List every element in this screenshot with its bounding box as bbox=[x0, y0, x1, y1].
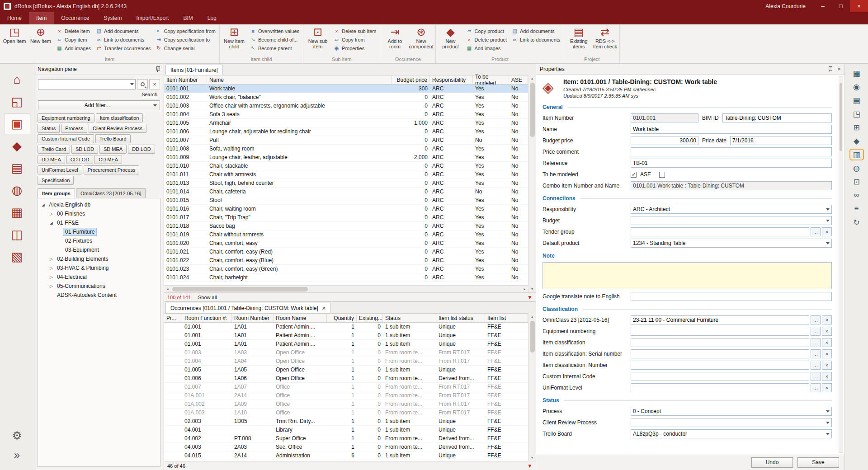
item-row[interactable]: 0101.005 Armchair 1,000 ARC Yes No bbox=[164, 119, 528, 127]
occurrence-row[interactable]: 04.001 Library 1 0 1 sub item Unique FF&… bbox=[164, 426, 528, 434]
ribbon-small-button[interactable]: ⇤ Copy specification from bbox=[154, 27, 217, 35]
ribbon-small-button[interactable]: ⇥ Copy specification to bbox=[154, 35, 217, 44]
responsibility-select[interactable]: ARC - Architect bbox=[631, 205, 832, 214]
filter-button[interactable]: Specification bbox=[38, 176, 74, 185]
tab-items[interactable]: Items [01-Furniture] bbox=[165, 65, 223, 75]
tab-occurrences[interactable]: Occurrences [0101.001 / Table-Dining: CU… bbox=[165, 303, 331, 313]
item-row[interactable]: 0101.015 Stool 0 ARC Yes No bbox=[164, 196, 528, 205]
item-row[interactable]: 0101.011 Chair with armrests 0 ARC Yes N… bbox=[164, 170, 528, 179]
column-header-room-number[interactable]: Room Number bbox=[232, 314, 274, 322]
column-header-item-number[interactable]: Item Number bbox=[164, 75, 207, 84]
browse-button[interactable]: … bbox=[811, 361, 821, 370]
search-button[interactable] bbox=[137, 79, 148, 89]
occurrence-row[interactable]: 01A.002 1A09 Office 1 0 From room te... … bbox=[164, 400, 528, 409]
item-row[interactable]: 0101.024 Chair, barheight 0 ARC Yes No bbox=[164, 273, 528, 282]
sidebar-module-icon[interactable]: ◆ bbox=[4, 136, 30, 156]
ribbon-small-button[interactable]: ▦ Add images bbox=[55, 44, 92, 52]
column-header-name[interactable]: Name bbox=[207, 75, 392, 84]
panel-toggle-icon[interactable]: ⊞ bbox=[849, 122, 864, 133]
occurrence-row[interactable]: 01.005 1A05 Open Office 1 0 1 sub item U… bbox=[164, 366, 528, 374]
filter-button[interactable]: DD MEA bbox=[38, 155, 65, 164]
ribbon-small-button[interactable]: ≡ Overwritten values bbox=[248, 27, 301, 35]
price-date-field[interactable] bbox=[730, 136, 832, 145]
clear-search-button[interactable]: × bbox=[149, 79, 160, 89]
sidebar-module-icon[interactable]: ▣ bbox=[4, 113, 30, 134]
sidebar-bottom-icon[interactable]: » bbox=[4, 446, 30, 464]
item-row[interactable]: 0101.002 Work chair, "balance" 0 ARC Yes… bbox=[164, 93, 528, 102]
filter-button[interactable]: Trello Board bbox=[95, 134, 131, 143]
filter-button[interactable]: Equipment numbering bbox=[38, 113, 94, 122]
report-icon[interactable]: ▼ bbox=[527, 294, 533, 301]
item-row[interactable]: 0101.006 Lounge chair, adjustable for re… bbox=[164, 127, 528, 136]
column-header-room-function[interactable]: Room Function #: bbox=[182, 314, 232, 322]
classification-field[interactable] bbox=[631, 315, 809, 324]
scroll-right-icon[interactable]: ▸ bbox=[521, 286, 528, 292]
expander-icon[interactable] bbox=[48, 284, 55, 288]
column-header-budget-price[interactable]: Budget price bbox=[392, 75, 430, 84]
item-row[interactable]: 0101.010 Chair, stackable 0 ARC Yes No bbox=[164, 162, 528, 170]
save-button[interactable]: Save bbox=[797, 457, 839, 468]
item-row[interactable]: 0101.003 Office chair with armrests, erg… bbox=[164, 102, 528, 110]
budget-select[interactable] bbox=[631, 216, 832, 225]
sidebar-module-icon[interactable]: ▤ bbox=[4, 158, 30, 179]
item-row[interactable]: 0101.020 Chair, comfort, easy 0 ARC Yes … bbox=[164, 239, 528, 248]
ribbon-large-button[interactable]: ⊞ New item child bbox=[221, 25, 247, 49]
tree-node[interactable]: 05-Communications bbox=[38, 282, 160, 291]
panel-toggle-icon[interactable]: ◍ bbox=[849, 162, 864, 174]
ribbon-small-button[interactable]: ◉ Properties bbox=[332, 44, 377, 52]
classification-field[interactable] bbox=[631, 349, 809, 358]
occurrence-row[interactable]: 01.006 1A06 Open Office 1 0 From room te… bbox=[164, 374, 528, 383]
to-be-modeled-checkbox[interactable] bbox=[631, 172, 637, 178]
ribbon-small-button[interactable]: ↘ Become child of... bbox=[248, 35, 301, 44]
close-button[interactable]: × bbox=[850, 0, 868, 12]
tender-group-field[interactable] bbox=[631, 227, 809, 236]
sidebar-module-icon[interactable]: ◍ bbox=[4, 180, 30, 201]
browse-button[interactable]: … bbox=[811, 315, 821, 324]
filter-button[interactable]: SD MEA bbox=[99, 145, 127, 154]
column-header-pr[interactable]: Pr... bbox=[164, 314, 182, 322]
sidebar-module-icon[interactable]: ▧ bbox=[4, 246, 30, 267]
ribbon-small-button[interactable]: ↻ Change serial bbox=[154, 44, 217, 52]
filter-button[interactable]: Procurement Process bbox=[84, 165, 140, 174]
column-header-quantity[interactable]: Quantity bbox=[327, 314, 357, 322]
item-row[interactable]: 0101.007 Puff 0 ARC No No bbox=[164, 136, 528, 145]
ribbon-large-button[interactable]: ⊡ New sub item bbox=[305, 25, 331, 49]
pin-icon[interactable] bbox=[155, 66, 160, 72]
item-row[interactable]: 0101.019 Chair without armrests 0 ARC Ye… bbox=[164, 230, 528, 239]
ase-checkbox[interactable] bbox=[659, 172, 665, 178]
sidebar-module-icon[interactable]: ▦ bbox=[4, 202, 30, 223]
clear-button[interactable]: × bbox=[822, 361, 832, 370]
ribbon-small-button[interactable]: ▱ Copy item bbox=[55, 35, 92, 44]
clear-button[interactable]: × bbox=[822, 372, 832, 381]
tree-node[interactable]: 03-HVAC & Plumbing bbox=[38, 263, 160, 273]
occurrence-row[interactable]: 01A.001 2A14 Office 1 0 From room te... … bbox=[164, 391, 528, 400]
ribbon-large-button[interactable]: ◳ Open item bbox=[1, 25, 28, 44]
browse-button[interactable]: … bbox=[811, 327, 821, 336]
occurrence-row[interactable]: 01.001 1A01 Patient Admin.... 1 0 1 sub … bbox=[164, 331, 528, 340]
budget-price-field[interactable] bbox=[631, 136, 698, 145]
minimize-button[interactable]: – bbox=[814, 0, 832, 12]
items-horizontal-scrollbar[interactable]: ◂ ▸ bbox=[164, 285, 528, 292]
item-row[interactable]: 0101.014 Chair, cafeteria 0 ARC No No bbox=[164, 188, 528, 196]
ribbon-large-button[interactable]: ⊕ New item bbox=[28, 25, 54, 44]
browse-button[interactable]: … bbox=[811, 338, 821, 347]
ribbon-small-button[interactable]: ▱ Copy product bbox=[464, 27, 508, 35]
ribbon-small-button[interactable]: ▱ Copy from bbox=[332, 35, 377, 44]
add-filter-dropdown[interactable]: Add filter... bbox=[38, 100, 160, 110]
column-header-room-name[interactable]: Room Name bbox=[274, 314, 327, 322]
ribbon-small-button[interactable]: ∞ Link to documents bbox=[510, 35, 561, 44]
occurrence-row[interactable]: 01.001 1A01 Patient Admin.... 1 0 1 sub … bbox=[164, 323, 528, 331]
sidebar-bottom-icon[interactable]: ⚙ bbox=[4, 427, 30, 445]
client-review-select[interactable] bbox=[631, 418, 832, 427]
menu-tab[interactable]: Import/Export bbox=[129, 12, 176, 24]
ribbon-large-button[interactable]: ▤ Existing items bbox=[566, 25, 592, 49]
occurrence-row[interactable]: 01.007 1A07 Office 1 0 From room te... F… bbox=[164, 383, 528, 391]
classification-field[interactable] bbox=[631, 327, 809, 336]
show-all-link[interactable]: Show all bbox=[198, 295, 217, 300]
clear-button[interactable]: × bbox=[822, 227, 832, 236]
ribbon-large-button[interactable]: ⇥ Add to room bbox=[382, 25, 408, 49]
filter-button[interactable]: Client Review Process bbox=[89, 124, 146, 133]
tab-item-groups[interactable]: Item groups bbox=[38, 188, 75, 198]
item-row[interactable]: 0101.013 Stool, high, behind counter 0 A… bbox=[164, 179, 528, 188]
menu-tab[interactable]: Home bbox=[0, 12, 29, 24]
